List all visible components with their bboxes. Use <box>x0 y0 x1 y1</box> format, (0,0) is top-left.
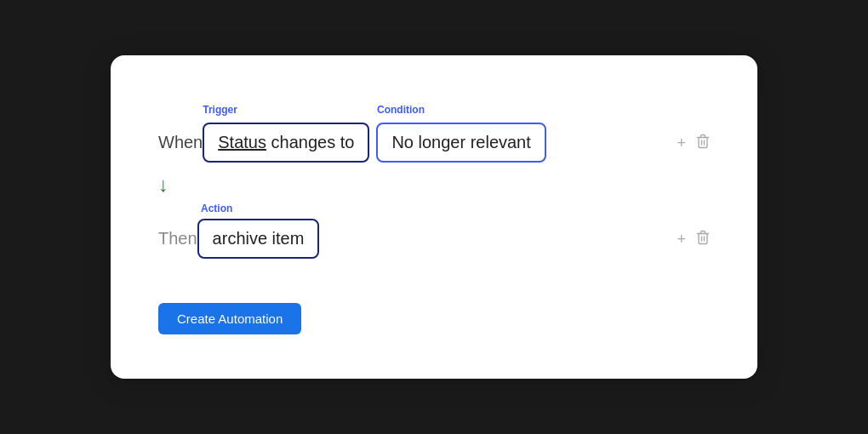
trigger-delete-icon[interactable] <box>696 134 710 151</box>
automation-card: When Trigger Status changes to Condition… <box>111 55 757 379</box>
then-text: Then <box>158 220 197 257</box>
down-arrow-icon: ↓ <box>158 174 168 195</box>
trigger-row-icons: + <box>663 134 710 151</box>
create-automation-section: Create Automation <box>158 283 710 334</box>
action-row-icons: + <box>663 230 710 248</box>
trigger-label: Trigger <box>203 104 237 116</box>
condition-value: No longer relevant <box>391 133 530 151</box>
action-delete-icon[interactable] <box>696 230 710 248</box>
action-box[interactable]: archive item <box>197 219 320 259</box>
trigger-changes-text: changes to <box>271 133 355 151</box>
action-row: Then archive item + <box>158 219 710 259</box>
condition-box[interactable]: No longer relevant <box>376 123 545 163</box>
status-word: Status <box>218 133 266 151</box>
trigger-add-icon[interactable]: + <box>677 135 686 151</box>
condition-label: Condition <box>377 104 425 116</box>
trigger-condition-row: When Status changes to No longer relevan… <box>158 123 710 163</box>
arrow-row: ↓ <box>158 173 710 197</box>
trigger-box[interactable]: Status changes to <box>203 123 369 163</box>
create-automation-button[interactable]: Create Automation <box>158 303 301 334</box>
trigger-status-text: Status changes to <box>218 133 354 151</box>
trigger-when-text: When <box>158 124 203 161</box>
action-add-icon[interactable]: + <box>677 231 686 247</box>
action-value: archive item <box>213 229 305 248</box>
action-label: Action <box>201 203 232 214</box>
